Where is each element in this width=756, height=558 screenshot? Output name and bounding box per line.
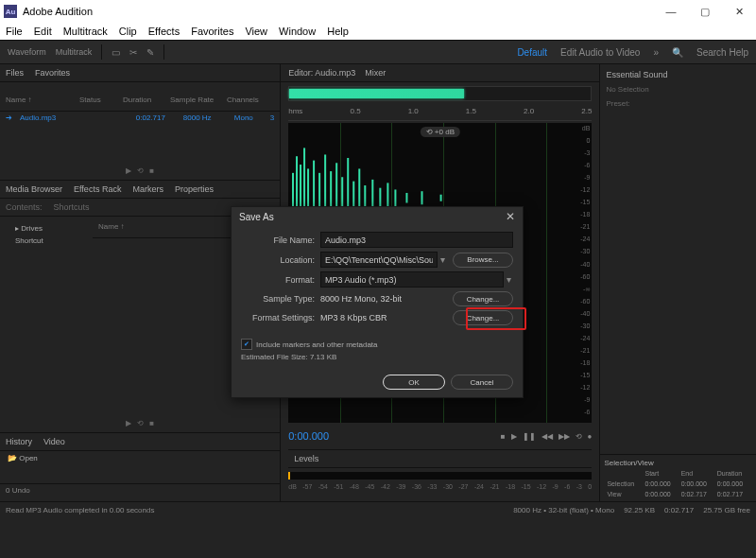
tab-editor[interactable]: Editor: Audio.mp3: [288, 68, 355, 78]
sample-type-change-button[interactable]: Change...: [453, 291, 513, 306]
app-title: Adobe Audition: [23, 6, 93, 17]
tab-markers[interactable]: Markers: [132, 184, 163, 194]
tab-favorites[interactable]: Favorites: [35, 68, 70, 78]
file-status: [96, 113, 129, 122]
dialog-close-button[interactable]: ✕: [506, 210, 515, 223]
menu-view[interactable]: View: [245, 26, 267, 37]
col-name[interactable]: Name ↑: [6, 96, 72, 111]
window-minimize-button[interactable]: —: [654, 0, 688, 23]
transport-stop-icon[interactable]: ■: [501, 432, 506, 441]
history-item-open[interactable]: 📂 Open: [0, 451, 280, 465]
col-channels[interactable]: Channels: [227, 96, 265, 111]
search-icon[interactable]: 🔍: [672, 47, 683, 58]
essential-sound-preset-label: Preset:: [606, 99, 750, 108]
tab-levels[interactable]: Levels: [294, 454, 318, 463]
workspace-default-link[interactable]: Default: [517, 47, 547, 58]
tab-history[interactable]: History: [6, 437, 32, 446]
workspace-edit-video-link[interactable]: Edit Audio to Video: [560, 47, 640, 58]
location-input[interactable]: [320, 252, 438, 268]
format-label: Format:: [241, 275, 320, 285]
dialog-title: Save As: [239, 212, 274, 222]
format-dropdown-icon[interactable]: ▾: [504, 274, 513, 285]
col-duration[interactable]: Duration: [123, 96, 163, 111]
ok-button[interactable]: OK: [383, 375, 445, 390]
toolbar-cut-icon[interactable]: ✂: [129, 47, 137, 58]
db-scale: dB0-3-6-9-12-15-18-21-24-30-40-60-∞-60-4…: [571, 123, 592, 423]
sample-type-label: Sample Type:: [241, 294, 320, 304]
time-ruler[interactable]: hms0.51.01.52.02.5: [288, 107, 592, 121]
search-help-placeholder[interactable]: Search Help: [696, 47, 748, 58]
status-duration: 0:02.717: [664, 506, 694, 514]
transport-play-icon[interactable]: ▶: [511, 432, 517, 441]
menu-multitrack[interactable]: Multitrack: [63, 26, 108, 37]
playhead-gain-badge[interactable]: ⟲ +0 dB: [421, 127, 460, 137]
format-settings-change-button[interactable]: Change...: [453, 310, 513, 325]
col-samplerate[interactable]: Sample Rate: [170, 96, 219, 111]
tab-effects-rack[interactable]: Effects Rack: [74, 184, 121, 194]
status-message: Read MP3 Audio completed in 0.00 seconds: [6, 506, 154, 514]
shortcuts-dropdown[interactable]: Shortcuts: [54, 202, 90, 212]
media-play-icon[interactable]: ▶: [126, 419, 131, 427]
window-maximize-button[interactable]: ▢: [688, 0, 722, 23]
svg-rect-19: [406, 193, 408, 203]
browse-button[interactable]: Browse...: [453, 253, 513, 268]
tab-essential-sound[interactable]: Essential Sound: [606, 70, 750, 79]
media-stop-icon[interactable]: ■: [149, 419, 154, 427]
app-logo: Au: [4, 5, 17, 18]
filename-label: File Name:: [241, 235, 320, 245]
workspace-more-link[interactable]: »: [653, 47, 659, 58]
window-close-button[interactable]: ✕: [722, 0, 756, 23]
transport-forward-icon[interactable]: ▶▶: [558, 432, 570, 441]
toolbar-tool-icon[interactable]: ▭: [112, 47, 120, 58]
selection-view-table: StartEndDuration Selection0:00.0000:00.0…: [604, 467, 752, 500]
col-status[interactable]: Status: [79, 96, 115, 111]
include-metadata-label: Include markers and other metadata: [256, 340, 378, 349]
transport-pause-icon[interactable]: ❚❚: [523, 432, 536, 441]
tab-media-browser[interactable]: Media Browser: [6, 184, 62, 194]
files-loop-icon[interactable]: ⟲: [137, 166, 144, 175]
include-metadata-checkbox[interactable]: ✔: [241, 339, 252, 350]
menu-favorites[interactable]: Favorites: [191, 26, 233, 37]
format-dropdown[interactable]: [320, 271, 504, 288]
menu-edit[interactable]: Edit: [34, 26, 52, 37]
overview-waveform[interactable]: [288, 86, 592, 101]
tab-mixer[interactable]: Mixer: [365, 68, 386, 78]
media-loop-icon[interactable]: ⟲: [137, 419, 144, 427]
level-meter: [288, 472, 592, 480]
filename-input[interactable]: [320, 232, 513, 248]
wave-icon: ➔: [6, 113, 12, 122]
files-play-icon[interactable]: ▶: [126, 166, 131, 175]
media-col-name[interactable]: Name ↑: [98, 222, 225, 237]
file-row[interactable]: ➔ Audio.mp3 0:02.717 8000 Hz Mono 3: [0, 112, 280, 124]
menu-help[interactable]: Help: [327, 26, 349, 37]
current-time: 0:00.000: [288, 430, 329, 442]
file-duration: 0:02.717: [136, 113, 176, 122]
estimated-size: Estimated File Size: 7.13 KB: [241, 353, 513, 361]
tree-drives[interactable]: ▸ Drives: [6, 222, 81, 235]
menu-file[interactable]: File: [6, 26, 23, 37]
location-label: Location:: [241, 255, 320, 265]
location-dropdown-icon[interactable]: ▾: [438, 254, 447, 265]
transport-record-icon[interactable]: ●: [588, 432, 593, 441]
file-channels: Mono: [234, 113, 263, 122]
file-bit: 3: [270, 113, 274, 122]
tab-selection-view[interactable]: Selection/View: [604, 459, 752, 467]
file-name: Audio.mp3: [20, 113, 89, 122]
tab-properties[interactable]: Properties: [175, 184, 214, 194]
toolbar-heal-icon[interactable]: ✎: [146, 47, 154, 58]
tree-shortcut[interactable]: Shortcut: [6, 235, 81, 247]
transport-rewind-icon[interactable]: ◀◀: [541, 432, 553, 441]
transport-loop-icon[interactable]: ⟲: [576, 432, 582, 441]
cancel-button[interactable]: Cancel: [451, 375, 513, 390]
files-stop-icon[interactable]: ■: [149, 166, 154, 175]
mode-waveform-tab[interactable]: Waveform: [8, 47, 46, 57]
mode-multitrack-tab[interactable]: Multitrack: [56, 47, 93, 57]
menu-effects[interactable]: Effects: [148, 26, 180, 37]
save-as-dialog: Save As ✕ File Name: Location: ▾ Browse.…: [231, 206, 524, 398]
format-settings-value: MP3 8 Kbps CBR: [320, 313, 447, 323]
tab-video[interactable]: Video: [43, 437, 65, 446]
svg-rect-18: [395, 189, 397, 206]
menu-clip[interactable]: Clip: [119, 26, 137, 37]
tab-files[interactable]: Files: [6, 68, 24, 78]
menu-window[interactable]: Window: [279, 26, 316, 37]
